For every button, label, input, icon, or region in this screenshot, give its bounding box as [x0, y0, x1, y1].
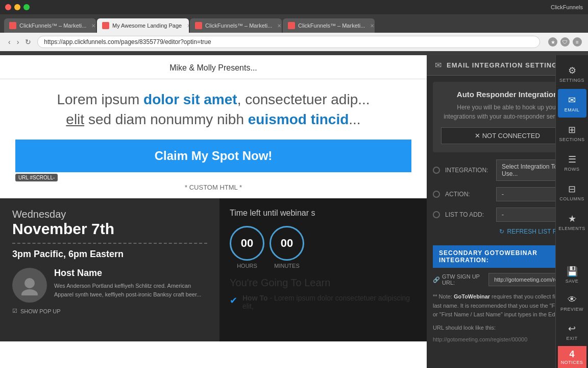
tab-close-4[interactable]: ✕	[370, 23, 374, 29]
timer-label: Time left until webinar s	[230, 209, 416, 218]
link-icon: 🔗	[433, 277, 440, 283]
hero-underline: elit	[66, 111, 84, 127]
rows-icon: ☰	[568, 154, 576, 165]
email-icon: ✉	[568, 95, 576, 106]
sidebar-item-columns[interactable]: ⊟ COLUMNS	[558, 178, 586, 206]
hero-highlight-1: dolor sit amet	[143, 91, 237, 107]
action-select-text: -	[502, 191, 504, 198]
refresh-icon: ↻	[499, 228, 504, 235]
hero-plain-1: Lorem ipsum	[57, 91, 143, 107]
browser-chrome: ClickFunnels ClickFunnels™ – Marketi... …	[0, 0, 588, 55]
learn-title: You're Going To Learn	[230, 277, 416, 289]
save-label: SAVE	[566, 279, 578, 284]
tab-close-2[interactable]: ✕	[187, 23, 189, 29]
minutes-label: MINUTES	[270, 263, 304, 269]
host-section: Host Name Wes Anderson Portland keffiyeh…	[12, 268, 207, 303]
page-content: Mike & Molly Presents... Lorem ipsum dol…	[0, 55, 427, 368]
show-popup-label: SHOW POP UP	[20, 308, 61, 314]
dashed-divider	[12, 243, 207, 244]
sidebar-item-save[interactable]: 💾 SAVE	[558, 260, 586, 289]
menu-icon[interactable]: ≡	[573, 37, 582, 47]
list-radio[interactable]	[433, 211, 440, 218]
webinar-time: 3pm Pacific, 6pm Eastern	[12, 249, 207, 260]
tab-close-1[interactable]: ✕	[91, 23, 95, 29]
sidebar-item-settings[interactable]: ⚙ SETTINGS	[558, 59, 586, 88]
panel-header-title: EMAIL INTEGRATION SETTINGS	[447, 61, 562, 69]
sidebar-item-sections[interactable]: ⊞ SECTIONS	[558, 119, 586, 147]
forward-button[interactable]: ›	[15, 37, 21, 47]
elements-icon: ★	[568, 213, 576, 224]
hero-highlight-2: euismod tincid	[248, 111, 349, 127]
tab-close-3[interactable]: ✕	[277, 23, 281, 29]
tab-label-1: ClickFunnels™ – Marketi...	[19, 22, 86, 29]
hours-group: 00 HOURS	[230, 226, 264, 269]
minutes-circle: 00	[270, 226, 304, 261]
columns-label: COLUMNS	[559, 196, 584, 201]
host-info: Host Name Wes Anderson Portland keffiyeh…	[54, 268, 207, 298]
star-icon[interactable]: ★	[548, 37, 557, 47]
sidebar-item-rows[interactable]: ☰ ROWS	[558, 148, 586, 177]
tab-favicon-1	[9, 22, 16, 29]
webinar-info: Wednesday November 7th 3pm Pacific, 6pm …	[0, 198, 219, 341]
sections-label: SECTIONS	[559, 137, 584, 142]
sidebar-item-email[interactable]: ✉ EMAIL	[558, 89, 586, 118]
browser-icons: ★ 🛡 ≡	[548, 37, 582, 47]
host-name: Host Name	[54, 268, 207, 279]
elements-label: ELEMENTS	[558, 226, 585, 231]
close-traffic-light[interactable]	[5, 4, 11, 10]
browser-app-name: ClickFunnels	[551, 4, 583, 10]
browser-tab-2[interactable]: My Awesome Landing Page ✕	[97, 18, 189, 33]
browser-tab-3[interactable]: ClickFunnels™ – Marketi... ✕	[190, 18, 282, 33]
not-connected-button[interactable]: ✕ NOT CONNECTED	[441, 127, 574, 144]
gear-icon: ⚙	[568, 65, 576, 76]
browser-tab-4[interactable]: ClickFunnels™ – Marketi... ✕	[283, 18, 375, 33]
tab-label-3: ClickFunnels™ – Marketi...	[205, 22, 272, 29]
note-prefix: ** Note:	[433, 293, 454, 300]
learn-section: You're Going To Learn ✔ How To - Lorem i…	[230, 277, 416, 310]
webinar-date: November 7th	[12, 220, 207, 238]
learn-item-1: ✔ How To - Lorem ipsum dolor consectetue…	[230, 294, 416, 310]
preview-icon: 👁	[568, 294, 577, 305]
cta-button[interactable]: Claim My Spot Now!	[15, 140, 411, 172]
action-radio[interactable]	[433, 191, 440, 198]
tab-label-4: ClickFunnels™ – Marketi...	[298, 22, 365, 29]
url-text: https://app.clickfunnels.com/pages/83557…	[44, 38, 211, 45]
ar-desc: Here you will be able to hook up your in…	[441, 103, 574, 121]
exit-icon: ↩	[568, 323, 576, 334]
sidebar-item-elements[interactable]: ★ ELEMENTS	[558, 208, 586, 236]
svg-point-0	[24, 278, 35, 288]
hero-plain-2: , consectetuer adip	[237, 91, 358, 107]
gtw-url-label: 🔗 GTW SIGN UP URL:	[433, 273, 483, 286]
back-button[interactable]: ‹	[6, 37, 13, 47]
email-label: EMAIL	[565, 107, 580, 112]
ar-title: Auto Responder Integration	[441, 90, 574, 99]
sidebar-item-exit[interactable]: ↩ EXIT	[558, 317, 586, 346]
hero-text: Lorem ipsum dolor sit amet, consectetuer…	[15, 89, 411, 129]
nav-buttons: ‹ › ↻	[6, 37, 33, 47]
sidebar-item-preview[interactable]: 👁 PREVIEW	[558, 289, 586, 317]
host-bio: Wes Anderson Portland keffiyeh Schlitz c…	[54, 282, 207, 298]
show-popup-button[interactable]: ☑ SHOW POP UP	[12, 308, 207, 314]
page-header: Mike & Molly Presents...	[0, 55, 427, 79]
custom-html-label: * CUSTOM HTML *	[15, 181, 411, 193]
notices-badge[interactable]: 4 NOTICES	[558, 346, 586, 368]
title-bar: ClickFunnels	[0, 0, 588, 14]
hours-label: HOURS	[230, 263, 264, 269]
bottom-section: Wednesday November 7th 3pm Pacific, 6pm …	[0, 198, 427, 341]
refresh-button[interactable]: ↻	[23, 37, 33, 47]
tab-label-2: My Awesome Landing Page	[112, 22, 182, 29]
hours-circle: 00	[230, 226, 264, 261]
hero-section: Lorem ipsum dolor sit amet, consectetuer…	[0, 79, 427, 134]
integration-radio[interactable]	[433, 167, 440, 174]
webinar-day: Wednesday	[12, 209, 207, 220]
settings-sidebar: ⚙ SETTINGS ✉ EMAIL ⊞ SECTIONS ☰ ROWS ⊟ C…	[555, 55, 588, 368]
shield-icon[interactable]: 🛡	[560, 37, 570, 47]
url-scroll-badge: URL #SCROLL-	[15, 174, 58, 181]
minimize-traffic-light[interactable]	[14, 4, 20, 10]
browser-tab-1[interactable]: ClickFunnels™ – Marketi... ✕	[4, 18, 96, 33]
tabs-bar: ClickFunnels™ – Marketi... ✕ My Awesome …	[0, 14, 588, 33]
maximize-traffic-light[interactable]	[23, 4, 30, 10]
tab-favicon-2	[102, 22, 109, 29]
url-bar[interactable]: https://app.clickfunnels.com/pages/83557…	[37, 36, 540, 48]
list-select-text: -	[502, 211, 504, 218]
